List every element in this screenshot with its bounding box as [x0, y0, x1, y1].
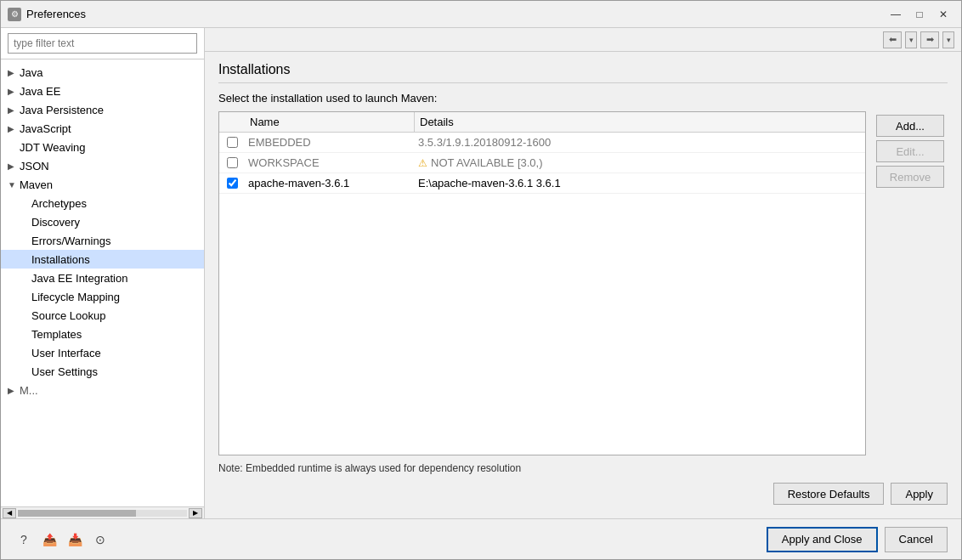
back-dropdown[interactable]: ▾: [905, 31, 917, 48]
sidebar-item-label: JSON: [20, 160, 49, 173]
apply-button[interactable]: Apply: [891, 483, 948, 505]
sidebar-item-label: Java: [20, 66, 42, 79]
hscrollbar-thumb: [18, 510, 136, 517]
row-check-apache-maven[interactable]: [219, 178, 245, 189]
sidebar-item-errors-warnings[interactable]: ▶ Errors/Warnings: [1, 231, 204, 250]
checkbox-apache-maven[interactable]: [227, 178, 238, 189]
apply-and-close-button[interactable]: Apply and Close: [767, 527, 878, 552]
sidebar-item-user-interface[interactable]: ▶ User Interface: [1, 343, 204, 362]
panel-toolbar: ⬅ ▾ ➡ ▾: [205, 28, 961, 52]
arrow-icon: ▶: [8, 124, 20, 133]
hscrollbar-track: [18, 510, 187, 517]
remove-button[interactable]: Remove: [876, 166, 944, 188]
scroll-right-btn[interactable]: ▶: [189, 508, 202, 518]
sidebar-item-label: Java EE Integration: [31, 272, 127, 285]
cell-name-workspace: WORKSPACE: [245, 156, 415, 169]
sidebar-item-jdt-weaving[interactable]: ▶ JDT Weaving: [1, 138, 204, 156]
table-row: WORKSPACE ⚠ NOT AVAILABLE [3.0,): [219, 153, 865, 173]
sidebar: ▶ Java ▶ Java EE ▶ Java Persistence ▶ Ja…: [1, 28, 205, 518]
checkbox-embedded[interactable]: [227, 137, 238, 148]
table-header: Name Details: [219, 112, 865, 133]
row-check-embedded[interactable]: [219, 137, 245, 148]
export-prefs-icon[interactable]: 📤: [40, 530, 59, 549]
sidebar-item-maven[interactable]: ▼ Maven: [1, 175, 204, 194]
arrow-icon: ▶: [8, 105, 20, 115]
back-button[interactable]: ⬅: [883, 31, 902, 48]
panel-actions: Restore Defaults Apply: [218, 479, 948, 508]
table-area: Name Details EMBEDDED 3.5.3/1.9.1.201809…: [218, 111, 948, 455]
scroll-left-btn[interactable]: ◀: [3, 508, 16, 518]
sidebar-item-label: JDT Weaving: [20, 141, 86, 154]
bottom-icons: ? 📤 📥 ⊙: [14, 530, 760, 549]
sidebar-item-label: JavaScript: [20, 122, 71, 135]
checkbox-workspace[interactable]: [227, 157, 238, 168]
sidebar-item-more[interactable]: ▶ M...: [1, 381, 204, 399]
installations-table: Name Details EMBEDDED 3.5.3/1.9.1.201809…: [219, 112, 865, 455]
sidebar-item-label: Maven: [20, 178, 53, 191]
cell-details-apache-maven: E:\apache-maven-3.6.1 3.6.1: [415, 177, 865, 189]
installations-table-wrapper: Name Details EMBEDDED 3.5.3/1.9.1.201809…: [218, 111, 866, 455]
sidebar-item-installations[interactable]: ▶ Installations: [1, 250, 204, 269]
main-content: ▶ Java ▶ Java EE ▶ Java Persistence ▶ Ja…: [1, 28, 961, 518]
sidebar-item-java-ee[interactable]: ▶ Java EE: [1, 82, 204, 100]
note-text: Note: Embedded runtime is always used fo…: [218, 462, 948, 474]
preferences-window: ⚙ Preferences — □ ✕ ▶ Java ▶: [0, 0, 962, 560]
add-button[interactable]: Add...: [876, 115, 944, 137]
forward-dropdown[interactable]: ▾: [942, 31, 954, 48]
table-row: EMBEDDED 3.5.3/1.9.1.20180912-1600: [219, 133, 865, 153]
sidebar-item-label: Source Lookup: [31, 309, 105, 322]
side-buttons: Add... Edit... Remove: [873, 111, 948, 455]
sidebar-item-json[interactable]: ▶ JSON: [1, 156, 204, 175]
sidebar-item-templates[interactable]: ▶ Templates: [1, 325, 204, 343]
sidebar-item-source-lookup[interactable]: ▶ Source Lookup: [1, 306, 204, 325]
cell-name-embedded: EMBEDDED: [245, 136, 415, 149]
cell-details-workspace: ⚠ NOT AVAILABLE [3.0,): [415, 156, 865, 169]
cancel-button[interactable]: Cancel: [885, 527, 948, 552]
minimize-button[interactable]: —: [885, 4, 907, 25]
sidebar-item-lifecycle-mapping[interactable]: ▶ Lifecycle Mapping: [1, 287, 204, 306]
app-icon: ⚙: [8, 8, 21, 21]
sidebar-item-java-persistence[interactable]: ▶ Java Persistence: [1, 100, 204, 119]
sidebar-item-label: Installations: [31, 253, 90, 266]
forward-button[interactable]: ➡: [920, 31, 939, 48]
cell-details-embedded: 3.5.3/1.9.1.20180912-1600: [415, 136, 865, 149]
description-text: Select the installation used to launch M…: [218, 92, 948, 105]
row-check-workspace[interactable]: [219, 157, 245, 168]
sidebar-item-label: Lifecycle Mapping: [31, 291, 120, 303]
sidebar-item-label: M...: [20, 384, 38, 397]
settings-icon[interactable]: ⊙: [91, 530, 110, 549]
sidebar-item-user-settings[interactable]: ▶ User Settings: [1, 362, 204, 381]
help-icon[interactable]: ?: [14, 530, 33, 549]
sidebar-item-label: Java Persistence: [20, 104, 104, 116]
restore-defaults-button[interactable]: Restore Defaults: [773, 483, 885, 505]
arrow-icon: ▶: [8, 87, 20, 96]
arrow-icon: ▶: [8, 68, 20, 77]
panel-body: Installations Select the installation us…: [205, 52, 961, 518]
arrow-icon: ▶: [8, 161, 20, 171]
sidebar-item-discovery[interactable]: ▶ Discovery: [1, 212, 204, 231]
sidebar-item-label: Errors/Warnings: [31, 235, 110, 247]
panel-title: Installations: [218, 62, 948, 83]
sidebar-item-javascript[interactable]: ▶ JavaScript: [1, 119, 204, 138]
maximize-button[interactable]: □: [908, 4, 931, 25]
right-panel: ⬅ ▾ ➡ ▾ Installations Select the install…: [205, 28, 961, 518]
sidebar-item-label: User Interface: [31, 347, 101, 359]
sidebar-item-java[interactable]: ▶ Java: [1, 63, 204, 82]
edit-button[interactable]: Edit...: [876, 140, 944, 162]
filter-input[interactable]: [8, 33, 197, 54]
sidebar-item-label: Archetypes: [31, 197, 87, 210]
sidebar-item-java-ee-integration[interactable]: ▶ Java EE Integration: [1, 269, 204, 287]
arrow-icon: ▼: [8, 180, 20, 189]
warning-icon: ⚠: [418, 157, 427, 169]
sidebar-item-label: Discovery: [31, 216, 80, 229]
sidebar-item-label: Templates: [31, 328, 82, 341]
sidebar-item-archetypes[interactable]: ▶ Archetypes: [1, 194, 204, 212]
workspace-details-text: NOT AVAILABLE [3.0,): [431, 156, 543, 169]
import-prefs-icon[interactable]: 📥: [65, 530, 84, 549]
sidebar-hscroll[interactable]: ◀ ▶: [1, 506, 204, 518]
close-button[interactable]: ✕: [932, 4, 954, 25]
sidebar-item-label: Java EE: [20, 85, 60, 98]
table-row: apache-maven-3.6.1 E:\apache-maven-3.6.1…: [219, 173, 865, 194]
sidebar-item-label: User Settings: [31, 365, 98, 378]
arrow-icon: ▶: [8, 386, 20, 395]
